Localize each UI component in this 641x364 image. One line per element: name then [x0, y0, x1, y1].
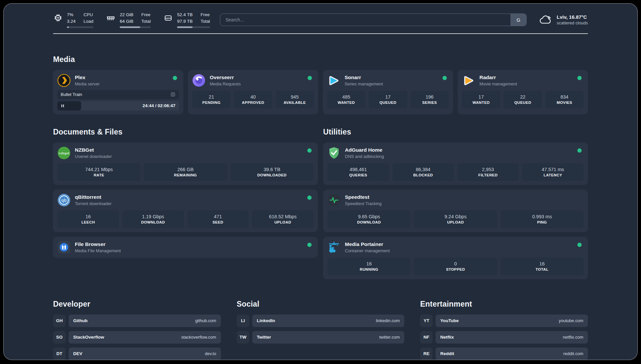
link-abbr: GH: [53, 315, 66, 327]
card-qbittorrent[interactable]: qbqBittorrentTorrent downloader16LEECH1.…: [53, 190, 318, 232]
app-description: Series management: [345, 81, 440, 86]
stat-label: QUEUED: [514, 101, 532, 105]
search-bar: G: [220, 14, 527, 26]
playback-time: 24:44 / 02:06:47: [142, 103, 175, 108]
status-dot: [443, 76, 447, 80]
app-name: Media Portainer: [345, 241, 575, 247]
stat-box: 9.65 GbpsDOWNLOAD: [327, 210, 411, 228]
stat-label: RATE: [94, 173, 104, 177]
system-stat-disk: 52.4 TB97.9 TBFreeTotal: [163, 12, 210, 28]
link-url: reddit.com: [563, 351, 583, 356]
link-url: stackoverflow.com: [181, 335, 216, 340]
stat-label: LEECH: [81, 220, 95, 224]
link-pill[interactable]: YouTubeyoutube.com: [436, 315, 588, 327]
link-list: GHGithubgithub.comSOStackOverflowstackov…: [53, 315, 221, 360]
app-description: Container management: [345, 248, 575, 253]
cloud-icon: [538, 15, 552, 25]
section-title-documents: Documents & Files: [53, 128, 318, 136]
card-overseerr[interactable]: OverseerrMedia Requests21PENDING40APPROV…: [188, 70, 318, 114]
stat-box: 834MOVIES: [545, 91, 584, 108]
link-pill[interactable]: StackOverflowstackoverflow.com: [69, 331, 221, 344]
speedtest-icon: [327, 194, 341, 207]
card-plex[interactable]: Plex Media server Bullet Train 24:44 / 0…: [53, 70, 183, 114]
stat-box: 485WANTED: [327, 91, 365, 108]
stat-label: DOWNLOAD: [141, 220, 165, 224]
stat-labels: CPULoad: [83, 12, 93, 24]
stat-value: 485: [342, 94, 350, 100]
plex-icon: [57, 74, 71, 87]
app-name: Speedtest: [345, 194, 584, 200]
portainer-icon: [327, 241, 341, 254]
status-dot: [308, 76, 312, 80]
stat-box: 39.6 TBDOWNLOADED: [230, 163, 314, 181]
card-speedtest[interactable]: SpeedtestSpeedtest Tracking9.65 GbpsDOWN…: [323, 190, 588, 232]
link-pill[interactable]: DEVdev.to: [69, 348, 221, 360]
link-item-linkedin: LILinkedInlinkedin.com: [237, 315, 405, 327]
link-item-youtube: YTYouTubeyoutube.com: [420, 315, 588, 327]
status-dot: [173, 76, 177, 80]
stat-value: 86,384: [416, 167, 430, 172]
stat-label: PING: [537, 220, 547, 224]
now-playing-row: Bullet Train: [57, 90, 179, 99]
stat-values: 22 GiB64 GiB: [120, 12, 133, 24]
playback-progress-bar: 24:44 / 02:06:47: [57, 101, 179, 110]
stat-value: 21: [209, 94, 214, 100]
link-pill[interactable]: Githubgithub.com: [69, 315, 221, 327]
nzbget-icon: nzbget: [57, 146, 71, 160]
stat-label: WANTED: [473, 101, 490, 105]
stat-value: 16: [539, 261, 545, 266]
stat-value: 2,953: [482, 167, 494, 172]
link-name: StackOverflow: [73, 335, 104, 340]
link-item-twitter: TWTwittertwitter.com: [237, 331, 405, 344]
card-sonarr[interactable]: SonarrSeries management485WANTED17QUEUED…: [323, 70, 453, 114]
link-abbr: YT: [420, 315, 433, 327]
stat-label: SEED: [212, 220, 223, 224]
status-dot: [307, 148, 312, 153]
card-header: SpeedtestSpeedtest Tracking: [327, 194, 584, 207]
overseerr-icon: [192, 74, 205, 87]
card-radarr[interactable]: RadarrMovie management17WANTED22QUEUED83…: [458, 70, 588, 114]
filebrowser-icon: [57, 241, 71, 254]
card-file-browser[interactable]: File BrowserMedia File Management: [53, 237, 318, 258]
link-section-developer: DeveloperGHGithubgithub.comSOStackOverfl…: [53, 300, 221, 360]
stat-value: 196: [426, 94, 434, 100]
link-url: twitter.com: [379, 335, 400, 340]
app-description: Speedtest Tracking: [345, 201, 584, 206]
link-list: YTYouTubeyoutube.comNFNetflixnetflix.com…: [420, 315, 588, 360]
stat-value: 9.24 Gbps: [444, 214, 467, 219]
app-name: Radarr: [479, 75, 575, 80]
search-engine-button[interactable]: G: [510, 14, 526, 26]
section-title-utilities: Utilities: [323, 128, 588, 136]
search-input[interactable]: [220, 14, 511, 26]
app-description: Media server: [75, 81, 170, 86]
stat-box: 945AVAILABLE: [276, 91, 314, 108]
link-pill[interactable]: Redditreddit.com: [436, 348, 588, 360]
app-description: DNS and adblocking: [345, 154, 575, 159]
link-pill[interactable]: LinkedInlinkedin.com: [252, 315, 405, 327]
link-list: LILinkedInlinkedin.comTWTwittertwitter.c…: [237, 315, 405, 344]
link-abbr: NF: [420, 331, 433, 344]
card-header: File BrowserMedia File Management: [57, 241, 314, 254]
stat-value: 40: [250, 94, 256, 100]
media-card-grid: Plex Media server Bullet Train 24:44 / 0…: [53, 70, 588, 114]
link-name: Netflix: [440, 335, 454, 340]
pause-button[interactable]: [60, 104, 65, 108]
stat-label: SERIES: [422, 101, 437, 105]
section-title-developer: Developer: [53, 300, 221, 309]
card-nzbget[interactable]: nzbgetNZBGetUsenet downloader744.21 Mbps…: [53, 142, 318, 185]
stat-box: 0.993 msPING: [501, 210, 584, 228]
header-divider: [53, 33, 588, 34]
stat-value: 39.6 TB: [264, 167, 281, 172]
stat-label: WANTED: [338, 101, 355, 105]
system-stats: 7%3.24CPULoad 22 GiB64 GiBFreeTotal 52.4…: [53, 12, 210, 28]
status-dot: [577, 148, 582, 153]
link-pill[interactable]: Twittertwitter.com: [252, 331, 405, 344]
stat-label: TOTAL: [535, 267, 548, 271]
stat-value: 618.52 Mbps: [269, 214, 297, 219]
card-media-portainer[interactable]: Media PortainerContainer management16RUN…: [323, 237, 588, 279]
link-pill[interactable]: Netflixnetflix.com: [436, 331, 588, 344]
card-header: RadarrMovie management: [462, 74, 584, 87]
weather-location: Lviv, 16.87°C: [557, 14, 588, 20]
app-name: AdGuard Home: [345, 147, 575, 153]
card-adguard-home[interactable]: AdGuard HomeDNS and adblocking498,461QUE…: [323, 142, 588, 185]
